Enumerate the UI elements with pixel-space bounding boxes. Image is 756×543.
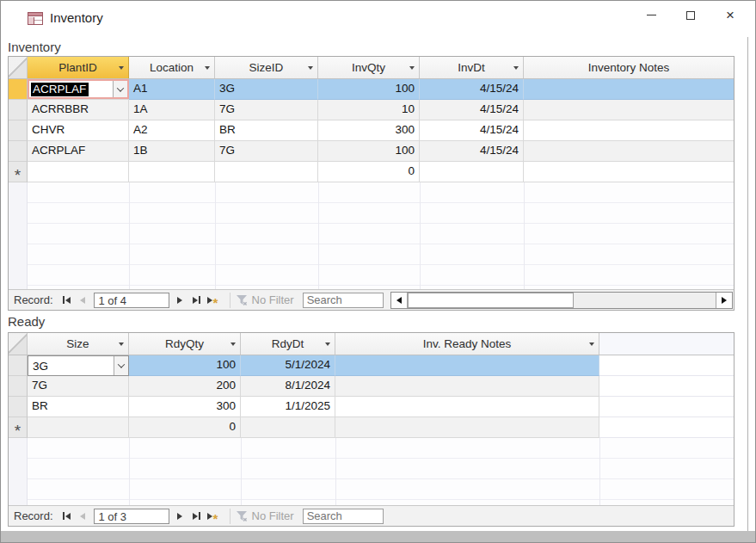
column-header-rdyqty[interactable]: RdyQty <box>129 333 241 355</box>
sort-filter-arrow-icon[interactable] <box>119 342 124 346</box>
minimize-button[interactable] <box>631 1 671 29</box>
select-all-corner[interactable] <box>9 333 28 355</box>
new-record-selector[interactable]: * <box>9 162 28 182</box>
table-cell[interactable]: 5/1/2024 <box>241 355 335 376</box>
sort-filter-arrow-icon[interactable] <box>589 342 594 346</box>
table-cell[interactable]: 300 <box>318 120 420 141</box>
table-cell[interactable]: 4/15/24 <box>420 100 524 120</box>
row-selector[interactable] <box>9 376 28 397</box>
scroll-right-button[interactable] <box>716 293 732 308</box>
row-selector[interactable] <box>9 397 28 417</box>
table-cell[interactable] <box>524 100 734 120</box>
table-cell[interactable]: 7G <box>215 141 318 162</box>
record-position-box[interactable]: 1 of 4 <box>94 293 169 308</box>
scrollbar-thumb[interactable] <box>408 293 574 308</box>
row-selector[interactable] <box>9 141 28 162</box>
table-cell[interactable]: 0 <box>129 417 241 438</box>
row-selector[interactable] <box>9 120 28 141</box>
table-cell[interactable]: 4/15/24 <box>420 79 524 100</box>
new-record-selector[interactable]: * <box>9 417 28 438</box>
column-header-invqty[interactable]: InvQty <box>318 57 420 78</box>
table-cell[interactable] <box>28 162 129 182</box>
sort-filter-arrow-icon[interactable] <box>308 66 313 70</box>
table-cell[interactable]: 7G <box>28 376 129 397</box>
column-header-inventory-notes[interactable]: Inventory Notes <box>524 57 734 78</box>
new-record-button[interactable]: * <box>205 293 221 308</box>
table-cell[interactable] <box>129 162 215 182</box>
table-cell[interactable]: BR <box>215 120 318 141</box>
search-input[interactable] <box>303 293 384 308</box>
table-cell[interactable]: ACRRBBR <box>28 100 129 120</box>
column-header-inv-ready-notes[interactable]: Inv. Ready Notes <box>335 333 599 355</box>
column-header-plantid[interactable]: PlantID <box>28 57 129 78</box>
table-cell[interactable] <box>335 417 599 438</box>
column-header-invdt[interactable]: InvDt <box>420 57 524 78</box>
table-cell[interactable] <box>241 417 335 438</box>
table-cell[interactable] <box>335 355 599 376</box>
table-cell[interactable] <box>524 162 734 182</box>
table-cell[interactable]: 7G <box>215 100 318 120</box>
table-cell[interactable]: 10 <box>318 100 420 120</box>
table-cell[interactable]: 100 <box>318 79 420 100</box>
column-header-sizeid[interactable]: SizeID <box>215 57 318 78</box>
sort-filter-arrow-icon[interactable] <box>409 66 415 70</box>
table-cell[interactable] <box>524 120 734 141</box>
table-cell[interactable]: ACRPLAF <box>28 141 129 162</box>
new-record-button[interactable]: * <box>205 509 221 524</box>
table-cell[interactable]: 4/15/24 <box>420 141 524 162</box>
last-record-button[interactable] <box>188 509 205 524</box>
size-combo-active-cell[interactable]: 3G <box>28 355 129 376</box>
table-cell[interactable]: 300 <box>129 397 241 417</box>
column-header-size[interactable]: Size <box>28 333 129 355</box>
sort-filter-arrow-icon[interactable] <box>513 66 519 70</box>
last-record-button[interactable] <box>188 293 205 308</box>
table-cell[interactable] <box>335 376 599 397</box>
row-selector[interactable] <box>9 355 28 376</box>
table-cell[interactable]: A1 <box>129 79 215 100</box>
plantid-combo-active-cell[interactable]: ACRPLAF <box>28 79 129 100</box>
no-filter-button[interactable]: No Filter <box>236 293 303 306</box>
sort-filter-arrow-icon[interactable] <box>325 342 330 346</box>
first-record-button[interactable] <box>58 293 75 308</box>
column-header-location[interactable]: Location <box>129 57 215 78</box>
table-cell[interactable]: 3G <box>215 79 318 100</box>
sort-filter-arrow-icon[interactable] <box>119 66 124 70</box>
previous-record-button[interactable] <box>75 509 91 524</box>
sort-filter-arrow-icon[interactable] <box>205 66 210 70</box>
horizontal-scrollbar[interactable] <box>390 292 733 309</box>
column-header-rdydt[interactable]: RdyDt <box>241 333 335 355</box>
row-selector-current[interactable] <box>9 79 28 100</box>
table-cell[interactable] <box>420 162 524 182</box>
next-record-button[interactable] <box>172 509 188 524</box>
table-cell[interactable]: 1A <box>129 100 215 120</box>
close-button[interactable]: × <box>710 1 750 29</box>
table-cell[interactable]: 100 <box>318 141 420 162</box>
table-cell[interactable]: 1B <box>129 141 215 162</box>
table-cell[interactable]: BR <box>28 397 129 417</box>
scroll-left-button[interactable] <box>391 293 408 308</box>
table-cell[interactable]: 1/1/2025 <box>241 397 335 417</box>
record-position-box[interactable]: 1 of 3 <box>94 509 169 524</box>
table-cell[interactable] <box>524 79 734 100</box>
sort-filter-arrow-icon[interactable] <box>230 342 236 346</box>
no-filter-button[interactable]: No Filter <box>236 509 303 522</box>
table-cell[interactable] <box>215 162 318 182</box>
combo-dropdown-button[interactable] <box>114 356 128 375</box>
next-record-button[interactable] <box>172 293 188 308</box>
table-cell[interactable]: A2 <box>129 120 215 141</box>
table-cell[interactable] <box>28 417 129 438</box>
table-cell[interactable] <box>335 397 599 417</box>
search-input[interactable] <box>303 509 384 524</box>
select-all-corner[interactable] <box>9 57 28 78</box>
previous-record-button[interactable] <box>75 293 91 308</box>
table-cell[interactable]: 0 <box>318 162 420 182</box>
row-selector[interactable] <box>9 100 28 120</box>
table-cell[interactable] <box>524 141 734 162</box>
table-cell[interactable]: 8/1/2024 <box>241 376 335 397</box>
table-cell[interactable]: 200 <box>129 376 241 397</box>
table-cell[interactable]: 4/15/24 <box>420 120 524 141</box>
maximize-button[interactable] <box>671 1 710 29</box>
combo-dropdown-button[interactable] <box>113 81 127 97</box>
first-record-button[interactable] <box>58 509 75 524</box>
table-cell[interactable]: 100 <box>129 355 241 376</box>
